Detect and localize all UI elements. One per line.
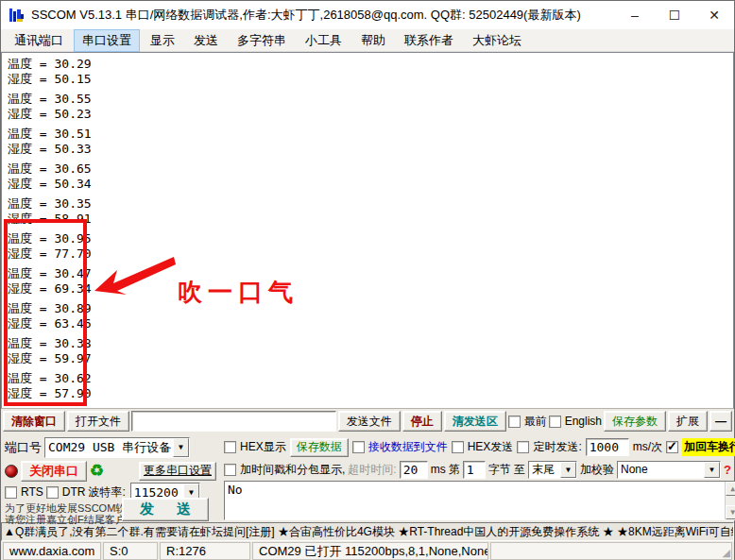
timeout-input[interactable]	[400, 461, 428, 479]
reading-group: 温度 = 30.89湿度 = 63.46	[8, 301, 92, 331]
reading-group: 温度 = 30.62湿度 = 57.90	[8, 371, 92, 401]
topmost-label: 最前	[524, 414, 547, 430]
close-port-button[interactable]: 关闭串口	[21, 461, 87, 482]
title-bar: SSCOM V5.13.1 串口/网络数据调试器,作者:大虾丁丁,2618058…	[1, 1, 734, 29]
hex-send-checkbox-box[interactable]	[452, 441, 464, 453]
annotation-text: 吹一口气	[178, 276, 299, 309]
status-segment: S:0	[103, 542, 158, 560]
checksum-select-value: None	[618, 463, 704, 476]
hex-send-checkbox[interactable]: HEX发送	[452, 439, 514, 455]
settings-panel: 端口号 COM29 USB 串行设备 ▼ 关闭串口 ♻ 更多串口设置 RTS D…	[1, 433, 734, 522]
menu-bar: 通讯端口串口设置显示发送多字符串小工具帮助联系作者大虾论坛	[1, 29, 734, 52]
hex-display-checkbox[interactable]: HEX显示	[224, 439, 286, 455]
menu-item[interactable]: 串口设置	[74, 29, 140, 52]
reading-group: 温度 = 30.95湿度 = 77.70	[8, 231, 92, 262]
menu-item[interactable]: 小工具	[297, 29, 350, 52]
news-ticker[interactable]: ▲Q群满员了,没有第二个群.有需要请在虾坛提问[注册] ★合宙高性价比4G模块 …	[1, 522, 734, 541]
crlf-checkbox-box[interactable]	[666, 441, 678, 453]
file-path-input[interactable]	[131, 411, 336, 432]
toolbar-row: 清除窗口 打开文件 发送文件 停止 清发送区 最前 English 保存参数 扩…	[1, 409, 734, 433]
app-icon	[9, 7, 26, 24]
hex-display-label: HEX显示	[240, 439, 286, 455]
timeout-label: 超时时间:	[348, 462, 396, 478]
help-question-mark[interactable]: ?	[724, 463, 731, 477]
checksum-select[interactable]: None ▼	[617, 461, 721, 479]
open-file-button[interactable]: 打开文件	[67, 411, 129, 432]
timed-send-checkbox[interactable]: 定时发送:	[517, 439, 581, 455]
hex-send-label: HEX发送	[468, 439, 514, 455]
rts-checkbox-box[interactable]	[5, 486, 17, 499]
menu-item[interactable]: 通讯端口	[6, 29, 72, 52]
menu-item[interactable]: 帮助	[352, 29, 394, 52]
reading-group: 温度 = 30.38湿度 = 59.97	[8, 336, 92, 366]
recv-to-file-checkbox[interactable]: 接收数据到文件	[352, 439, 448, 455]
stop-button[interactable]: 停止	[402, 411, 442, 432]
port-settings-column: 端口号 COM29 USB 串行设备 ▼ 关闭串口 ♻ 更多串口设置 RTS D…	[1, 433, 218, 522]
timestamp-checkbox[interactable]: 加时间戳和分包显示,	[224, 462, 345, 478]
menu-item[interactable]: 显示	[142, 29, 183, 52]
scroll-up-icon[interactable]: ▲	[726, 482, 735, 496]
scroll-down-icon[interactable]: ▼	[726, 505, 735, 519]
rts-checkbox[interactable]: RTS	[5, 485, 43, 499]
checksum-dropdown-icon[interactable]: ▼	[704, 462, 720, 478]
dtr-label: DTR	[62, 485, 86, 499]
topmost-checkbox-box[interactable]	[508, 416, 521, 428]
reading-group: 温度 = 30.29湿度 = 50.15	[8, 57, 92, 87]
collapse-panel-button[interactable]: —	[709, 411, 732, 432]
clear-send-area-button[interactable]: 清发送区	[444, 411, 506, 432]
reading-group: 温度 = 30.51湿度 = 50.33	[8, 127, 92, 157]
timed-send-checkbox-box[interactable]	[517, 441, 529, 453]
extend-button[interactable]: 扩展	[668, 411, 708, 432]
timed-send-label: 定时发送:	[533, 439, 581, 455]
nag-line2: 请您注册嘉立创F结尾客户	[5, 514, 136, 525]
close-button[interactable]: ✕	[694, 1, 734, 29]
interval-unit-label: ms/次	[633, 439, 662, 455]
options-column: HEX显示 保存数据 接收数据到文件 HEX发送 定时发送: ms/次 加回车换…	[218, 433, 735, 522]
menu-item[interactable]: 联系作者	[396, 29, 462, 52]
menu-item[interactable]: 发送	[185, 29, 227, 52]
port-select-value: COM29 USB 串行设备	[45, 439, 173, 456]
send-area-scrollbar[interactable]: ▲ ▼	[725, 482, 735, 519]
hex-display-checkbox-box[interactable]	[224, 441, 236, 453]
register-nag-text: 为了更好地发展SSCOM软件 请您注册嘉立创F结尾客户	[5, 501, 136, 525]
status-segment: www.daxia.com	[3, 542, 101, 560]
byte-from-input[interactable]	[463, 461, 486, 479]
save-data-button[interactable]: 保存数据	[290, 438, 349, 457]
english-checkbox-box[interactable]	[549, 416, 561, 428]
byte-to-dropdown-icon[interactable]: ▼	[560, 462, 576, 478]
menu-item[interactable]: 大虾论坛	[464, 29, 530, 52]
timeout-unit-label: ms	[431, 463, 446, 476]
status-filler: ◢	[490, 542, 732, 560]
send-text-area[interactable]: No ▲ ▼	[224, 481, 735, 520]
reading-group: 温度 = 30.47湿度 = 69.34	[8, 266, 92, 297]
save-params-button[interactable]: 保存参数	[604, 411, 666, 432]
minimize-button[interactable]: –	[615, 1, 655, 29]
english-checkbox[interactable]: English	[549, 415, 602, 428]
resize-grip-icon[interactable]: ◢	[723, 547, 730, 559]
port-dropdown-icon[interactable]: ▼	[173, 438, 189, 457]
red-arrow-annotation-icon	[93, 242, 178, 308]
menu-item[interactable]: 多字符串	[229, 29, 295, 52]
reading-group: 温度 = 30.35湿度 = 58.91	[8, 196, 92, 227]
byte-to-select[interactable]: 末尾 ▼	[528, 461, 577, 479]
send-file-button[interactable]: 发送文件	[338, 411, 401, 432]
recv-to-file-checkbox-box[interactable]	[352, 441, 365, 453]
dtr-checkbox[interactable]: DTR	[46, 485, 86, 499]
recv-to-file-label: 接收数据到文件	[368, 439, 448, 455]
dtr-checkbox-box[interactable]	[46, 486, 59, 499]
more-port-settings-button[interactable]: 更多串口设置	[139, 462, 216, 481]
byte-to-select-value: 末尾	[529, 462, 560, 478]
timestamp-checkbox-box[interactable]	[224, 464, 236, 476]
crlf-checkbox[interactable]: 加回车换行	[666, 438, 735, 456]
refresh-ports-icon[interactable]: ♻	[90, 463, 104, 479]
maximize-button[interactable]: ☐	[655, 1, 694, 29]
clear-window-button[interactable]: 清除窗口	[3, 411, 65, 432]
send-button[interactable]: 发 送	[122, 498, 209, 521]
port-open-led-icon	[5, 465, 18, 478]
baud-label: 波特率:	[88, 484, 125, 501]
topmost-checkbox[interactable]: 最前	[508, 414, 547, 430]
byte-from-label: 第	[449, 462, 460, 478]
send-interval-input[interactable]	[586, 438, 629, 456]
port-select[interactable]: COM29 USB 串行设备 ▼	[44, 437, 190, 458]
receive-terminal[interactable]: 温度 = 30.29湿度 = 50.15温度 = 30.55湿度 = 50.23…	[1, 52, 734, 409]
